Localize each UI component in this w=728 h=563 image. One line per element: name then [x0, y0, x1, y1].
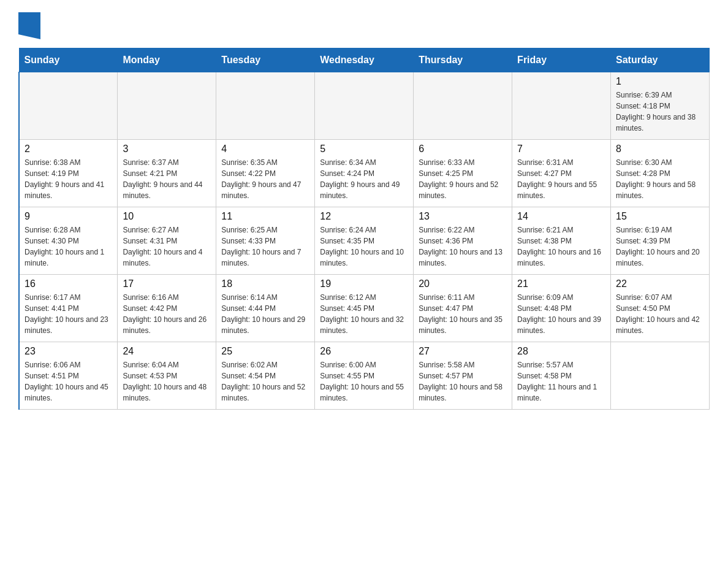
- page-header: [18, 12, 710, 42]
- day-info: Sunrise: 6:34 AMSunset: 4:24 PMDaylight:…: [320, 157, 408, 201]
- day-number: 22: [616, 278, 704, 289]
- calendar-table: SundayMondayTuesdayWednesdayThursdayFrid…: [18, 48, 710, 410]
- day-number: 13: [419, 211, 507, 222]
- calendar-cell: [118, 72, 216, 140]
- calendar-cell: 24Sunrise: 6:04 AMSunset: 4:53 PMDayligh…: [118, 342, 216, 410]
- calendar-cell: 22Sunrise: 6:07 AMSunset: 4:50 PMDayligh…: [611, 275, 710, 342]
- calendar-cell: 20Sunrise: 6:11 AMSunset: 4:47 PMDayligh…: [414, 275, 512, 342]
- calendar-cell: [414, 72, 512, 140]
- calendar-cell: 4Sunrise: 6:35 AMSunset: 4:22 PMDaylight…: [216, 140, 315, 207]
- calendar-cell: 16Sunrise: 6:17 AMSunset: 4:41 PMDayligh…: [19, 275, 118, 342]
- calendar-cell: 1Sunrise: 6:39 AMSunset: 4:18 PMDaylight…: [611, 72, 710, 140]
- day-number: 25: [221, 346, 309, 357]
- calendar-cell: 28Sunrise: 5:57 AMSunset: 4:58 PMDayligh…: [512, 342, 611, 410]
- week-row-5: 23Sunrise: 6:06 AMSunset: 4:51 PMDayligh…: [19, 342, 710, 410]
- calendar-cell: 26Sunrise: 6:00 AMSunset: 4:55 PMDayligh…: [315, 342, 414, 410]
- calendar-cell: 15Sunrise: 6:19 AMSunset: 4:39 PMDayligh…: [611, 207, 710, 275]
- week-row-4: 16Sunrise: 6:17 AMSunset: 4:41 PMDayligh…: [19, 275, 710, 342]
- calendar-cell: 17Sunrise: 6:16 AMSunset: 4:42 PMDayligh…: [118, 275, 216, 342]
- day-number: 23: [25, 346, 112, 357]
- day-info: Sunrise: 6:33 AMSunset: 4:25 PMDaylight:…: [419, 157, 507, 201]
- day-number: 10: [123, 211, 211, 222]
- day-info: Sunrise: 6:35 AMSunset: 4:22 PMDaylight:…: [221, 157, 309, 201]
- calendar-cell: [315, 72, 414, 140]
- calendar-cell: 27Sunrise: 5:58 AMSunset: 4:57 PMDayligh…: [414, 342, 512, 410]
- day-info: Sunrise: 6:24 AMSunset: 4:35 PMDaylight:…: [320, 224, 408, 269]
- day-info: Sunrise: 5:57 AMSunset: 4:58 PMDaylight:…: [517, 359, 605, 404]
- day-number: 12: [320, 211, 408, 222]
- day-number: 15: [616, 211, 704, 222]
- header-wednesday: Wednesday: [315, 48, 414, 72]
- calendar-cell: 5Sunrise: 6:34 AMSunset: 4:24 PMDaylight…: [315, 140, 414, 207]
- day-number: 9: [25, 211, 112, 222]
- day-number: 18: [221, 278, 309, 289]
- calendar-cell: 8Sunrise: 6:30 AMSunset: 4:28 PMDaylight…: [611, 140, 710, 207]
- day-number: 26: [320, 346, 408, 357]
- day-info: Sunrise: 6:21 AMSunset: 4:38 PMDaylight:…: [517, 224, 605, 269]
- day-number: 5: [320, 144, 408, 155]
- calendar-cell: 7Sunrise: 6:31 AMSunset: 4:27 PMDaylight…: [512, 140, 611, 207]
- day-info: Sunrise: 6:37 AMSunset: 4:21 PMDaylight:…: [123, 157, 211, 201]
- day-info: Sunrise: 5:58 AMSunset: 4:57 PMDaylight:…: [419, 359, 507, 404]
- calendar-cell: 23Sunrise: 6:06 AMSunset: 4:51 PMDayligh…: [19, 342, 118, 410]
- calendar-cell: 3Sunrise: 6:37 AMSunset: 4:21 PMDaylight…: [118, 140, 216, 207]
- calendar-cell: 14Sunrise: 6:21 AMSunset: 4:38 PMDayligh…: [512, 207, 611, 275]
- day-info: Sunrise: 6:09 AMSunset: 4:48 PMDaylight:…: [517, 292, 605, 336]
- day-info: Sunrise: 6:30 AMSunset: 4:28 PMDaylight:…: [616, 157, 704, 201]
- header-saturday: Saturday: [611, 48, 710, 72]
- day-number: 16: [25, 278, 112, 289]
- calendar-cell: 21Sunrise: 6:09 AMSunset: 4:48 PMDayligh…: [512, 275, 611, 342]
- week-row-3: 9Sunrise: 6:28 AMSunset: 4:30 PMDaylight…: [19, 207, 710, 275]
- day-number: 11: [221, 211, 309, 222]
- day-info: Sunrise: 6:25 AMSunset: 4:33 PMDaylight:…: [221, 224, 309, 269]
- calendar-cell: [19, 72, 118, 140]
- calendar-cell: 19Sunrise: 6:12 AMSunset: 4:45 PMDayligh…: [315, 275, 414, 342]
- calendar-cell: 9Sunrise: 6:28 AMSunset: 4:30 PMDaylight…: [19, 207, 118, 275]
- day-number: 24: [123, 346, 211, 357]
- week-row-2: 2Sunrise: 6:38 AMSunset: 4:19 PMDaylight…: [19, 140, 710, 207]
- calendar-cell: [216, 72, 315, 140]
- day-number: 1: [616, 76, 704, 87]
- day-number: 7: [517, 144, 605, 155]
- week-row-1: 1Sunrise: 6:39 AMSunset: 4:18 PMDaylight…: [19, 72, 710, 140]
- calendar-cell: 25Sunrise: 6:02 AMSunset: 4:54 PMDayligh…: [216, 342, 315, 410]
- day-info: Sunrise: 6:31 AMSunset: 4:27 PMDaylight:…: [517, 157, 605, 201]
- logo: [18, 12, 43, 42]
- day-number: 2: [25, 144, 112, 155]
- day-number: 17: [123, 278, 211, 289]
- day-info: Sunrise: 6:38 AMSunset: 4:19 PMDaylight:…: [25, 157, 112, 201]
- day-info: Sunrise: 6:28 AMSunset: 4:30 PMDaylight:…: [25, 224, 112, 269]
- day-number: 8: [616, 144, 704, 155]
- day-info: Sunrise: 6:06 AMSunset: 4:51 PMDaylight:…: [25, 359, 112, 404]
- calendar-cell: 11Sunrise: 6:25 AMSunset: 4:33 PMDayligh…: [216, 207, 315, 275]
- calendar-cell: [512, 72, 611, 140]
- svg-rect-0: [18, 12, 40, 34]
- day-info: Sunrise: 6:11 AMSunset: 4:47 PMDaylight:…: [419, 292, 507, 336]
- day-info: Sunrise: 6:39 AMSunset: 4:18 PMDaylight:…: [616, 90, 704, 134]
- day-info: Sunrise: 6:02 AMSunset: 4:54 PMDaylight:…: [221, 359, 309, 404]
- header-sunday: Sunday: [19, 48, 118, 72]
- day-info: Sunrise: 6:14 AMSunset: 4:44 PMDaylight:…: [221, 292, 309, 336]
- calendar-cell: 10Sunrise: 6:27 AMSunset: 4:31 PMDayligh…: [118, 207, 216, 275]
- day-number: 27: [419, 346, 507, 357]
- day-info: Sunrise: 6:07 AMSunset: 4:50 PMDaylight:…: [616, 292, 704, 336]
- header-thursday: Thursday: [414, 48, 512, 72]
- day-number: 20: [419, 278, 507, 289]
- day-info: Sunrise: 6:17 AMSunset: 4:41 PMDaylight:…: [25, 292, 112, 336]
- day-info: Sunrise: 6:19 AMSunset: 4:39 PMDaylight:…: [616, 224, 704, 269]
- svg-marker-1: [18, 34, 40, 39]
- day-info: Sunrise: 6:12 AMSunset: 4:45 PMDaylight:…: [320, 292, 408, 336]
- day-info: Sunrise: 6:04 AMSunset: 4:53 PMDaylight:…: [123, 359, 211, 404]
- header-friday: Friday: [512, 48, 611, 72]
- calendar-cell: 12Sunrise: 6:24 AMSunset: 4:35 PMDayligh…: [315, 207, 414, 275]
- logo-icon: [18, 12, 40, 42]
- calendar-cell: 2Sunrise: 6:38 AMSunset: 4:19 PMDaylight…: [19, 140, 118, 207]
- day-info: Sunrise: 6:27 AMSunset: 4:31 PMDaylight:…: [123, 224, 211, 269]
- header-monday: Monday: [118, 48, 216, 72]
- day-info: Sunrise: 6:22 AMSunset: 4:36 PMDaylight:…: [419, 224, 507, 269]
- calendar-cell: [611, 342, 710, 410]
- day-number: 3: [123, 144, 211, 155]
- day-number: 6: [419, 144, 507, 155]
- calendar-cell: 6Sunrise: 6:33 AMSunset: 4:25 PMDaylight…: [414, 140, 512, 207]
- calendar-header-row: SundayMondayTuesdayWednesdayThursdayFrid…: [19, 48, 710, 72]
